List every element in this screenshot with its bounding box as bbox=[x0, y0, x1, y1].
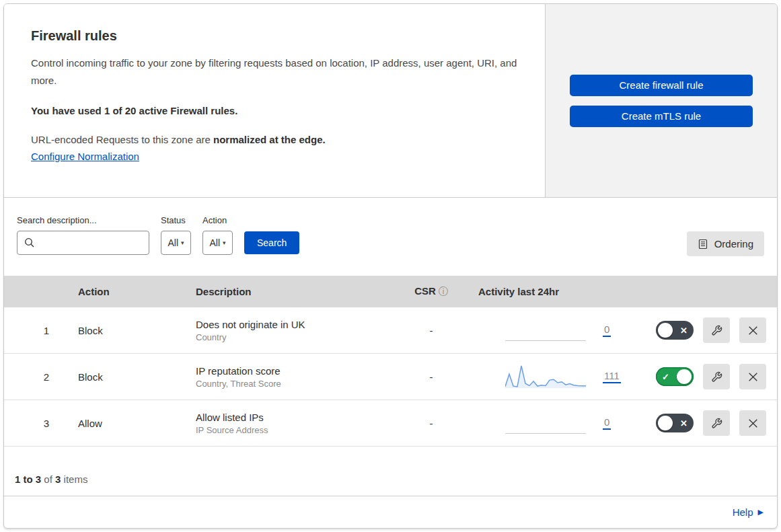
rule-action: Block bbox=[71, 371, 189, 383]
delete-rule-button[interactable] bbox=[739, 317, 766, 343]
rule-description: Allow listed IPs bbox=[196, 412, 411, 423]
search-button[interactable]: Search bbox=[244, 231, 299, 254]
edit-rule-button[interactable] bbox=[703, 364, 730, 389]
rule-activity-cell: 111 bbox=[472, 363, 630, 390]
of-text: of bbox=[44, 473, 52, 485]
pagination-summary: 1 to 3 of 3 items bbox=[4, 447, 777, 496]
arrow-right-icon: ▶ bbox=[758, 508, 764, 517]
rule-match-fields: Country bbox=[196, 332, 411, 342]
rule-priority: 2 bbox=[4, 371, 71, 383]
activity-count-link[interactable]: 0 bbox=[603, 416, 611, 430]
wrench-icon bbox=[711, 371, 722, 383]
rule-action: Allow bbox=[71, 418, 189, 429]
ordering-button-label: Ordering bbox=[714, 238, 753, 250]
rule-description: IP reputation score bbox=[196, 365, 411, 377]
action-column-header: Action bbox=[71, 286, 189, 297]
rule-csr-value: - bbox=[411, 325, 472, 336]
search-input-wrapper bbox=[17, 231, 149, 255]
description-column-header: Description bbox=[189, 286, 411, 297]
info-icon[interactable]: ⓘ bbox=[439, 286, 448, 297]
actions-panel: Create firewall rule Create mTLS rule bbox=[546, 4, 777, 197]
overview-section: Firewall rules Control incoming traffic … bbox=[4, 4, 777, 198]
toggle-knob bbox=[677, 369, 692, 384]
total-value: 3 bbox=[55, 473, 61, 485]
delete-rule-button[interactable] bbox=[739, 410, 766, 436]
table-header-row: Action Description CSRⓘ Activity last 24… bbox=[4, 276, 777, 307]
help-link-label: Help bbox=[733, 506, 753, 518]
items-range-text: 1 to 3 of 3 items bbox=[15, 473, 87, 485]
rule-action: Block bbox=[71, 325, 189, 336]
chevron-down-icon: ▾ bbox=[181, 239, 184, 246]
status-filter-group: Status All ▾ bbox=[161, 215, 191, 255]
toggle-state-icon bbox=[680, 418, 687, 428]
toggle-knob bbox=[658, 323, 673, 338]
rule-priority: 1 bbox=[4, 325, 71, 336]
rule-description-cell: IP reputation score Country, Threat Scor… bbox=[189, 365, 411, 389]
rule-csr-value: - bbox=[411, 418, 472, 429]
status-select[interactable]: All ▾ bbox=[161, 231, 191, 255]
search-input[interactable] bbox=[35, 237, 136, 249]
action-select[interactable]: All ▾ bbox=[202, 231, 233, 255]
ordering-button[interactable]: Ordering bbox=[687, 231, 764, 256]
wrench-icon bbox=[711, 325, 722, 336]
page-description: Control incoming traffic to your zone by… bbox=[31, 54, 518, 89]
activity-count-link[interactable]: 111 bbox=[603, 370, 621, 383]
status-label: Status bbox=[161, 215, 191, 225]
search-icon bbox=[24, 237, 35, 248]
activity-sparkline bbox=[505, 317, 586, 344]
rule-description: Does not originate in UK bbox=[196, 319, 411, 330]
normalization-bold: normalized at the edge. bbox=[213, 134, 326, 145]
rule-activity-cell: 0 bbox=[472, 317, 630, 344]
table-row: 1 Block Does not originate in UK Country… bbox=[4, 307, 777, 354]
filter-section: Search description... Status All ▾ bbox=[4, 198, 777, 276]
table-row: 3 Allow Allow listed IPs IP Source Addre… bbox=[4, 400, 777, 447]
close-icon bbox=[747, 418, 759, 429]
rule-match-fields: Country, Threat Score bbox=[196, 379, 411, 389]
intro-panel: Firewall rules Control incoming traffic … bbox=[4, 4, 546, 197]
close-icon bbox=[747, 325, 759, 336]
toggle-knob bbox=[658, 416, 673, 430]
configure-normalization-link[interactable]: Configure Normalization bbox=[31, 151, 139, 162]
action-label: Action bbox=[202, 215, 233, 225]
edit-rule-button[interactable] bbox=[703, 410, 730, 436]
toggle-state-icon bbox=[662, 372, 669, 382]
ordering-list-icon bbox=[698, 239, 708, 250]
rule-priority: 3 bbox=[4, 418, 71, 429]
action-filter-group: Action All ▾ bbox=[202, 215, 233, 255]
toggle-state-icon bbox=[680, 326, 687, 336]
rule-match-fields: IP Source Address bbox=[196, 425, 411, 435]
action-select-value: All bbox=[209, 237, 220, 248]
rule-description-cell: Allow listed IPs IP Source Address bbox=[189, 412, 411, 435]
rule-controls bbox=[630, 410, 777, 436]
csr-column-header: CSRⓘ bbox=[411, 285, 472, 298]
rule-controls bbox=[630, 364, 777, 389]
edit-rule-button[interactable] bbox=[703, 317, 730, 343]
help-link[interactable]: Help ▶ bbox=[733, 506, 764, 518]
activity-sparkline bbox=[505, 363, 586, 390]
range-value: 1 to 3 bbox=[15, 473, 41, 485]
usage-notice: You have used 1 of 20 active Firewall ru… bbox=[31, 105, 518, 116]
close-icon bbox=[747, 371, 759, 383]
page-title: Firewall rules bbox=[31, 28, 518, 44]
activity-sparkline bbox=[505, 410, 586, 436]
search-group: Search description... bbox=[17, 215, 149, 255]
csr-header-label: CSR bbox=[414, 285, 436, 297]
create-firewall-rule-button[interactable]: Create firewall rule bbox=[570, 75, 753, 96]
rule-csr-value: - bbox=[411, 371, 472, 383]
rule-description-cell: Does not originate in UK Country bbox=[189, 319, 411, 342]
rule-enabled-toggle[interactable] bbox=[656, 367, 694, 386]
search-label: Search description... bbox=[17, 215, 149, 225]
filter-row: Search description... Status All ▾ bbox=[17, 215, 764, 255]
table-row: 2 Block IP reputation score Country, Thr… bbox=[4, 354, 777, 400]
create-mtls-rule-button[interactable]: Create mTLS rule bbox=[570, 106, 753, 127]
rule-enabled-toggle[interactable] bbox=[656, 414, 694, 432]
status-select-value: All bbox=[168, 237, 178, 248]
items-text: items bbox=[64, 473, 88, 485]
delete-rule-button[interactable] bbox=[739, 364, 766, 389]
rule-controls bbox=[630, 317, 777, 343]
chevron-down-icon: ▾ bbox=[223, 239, 226, 246]
main-container: Firewall rules Control incoming traffic … bbox=[3, 3, 778, 529]
activity-count-link[interactable]: 0 bbox=[603, 324, 611, 337]
rule-enabled-toggle[interactable] bbox=[656, 321, 694, 340]
firewall-rules-page: Firewall rules Control incoming traffic … bbox=[0, 0, 781, 532]
